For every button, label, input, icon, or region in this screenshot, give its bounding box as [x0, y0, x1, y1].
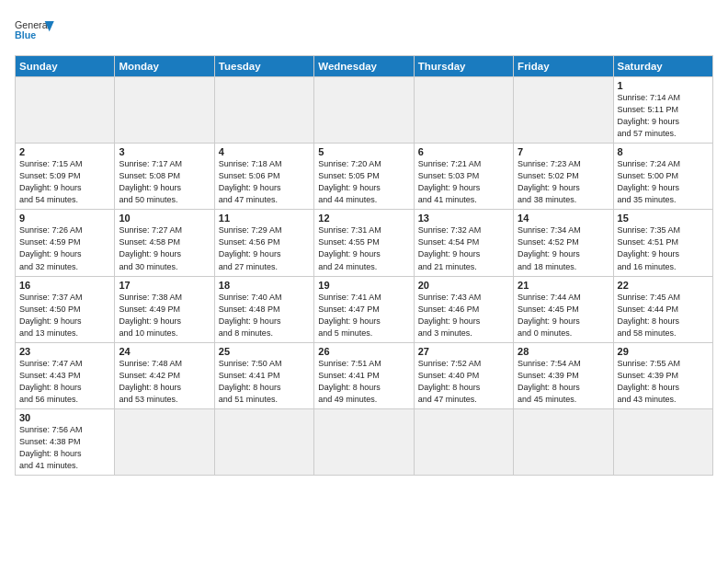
day-number: 26 — [318, 346, 409, 357]
calendar-day-cell — [115, 408, 214, 475]
day-number: 20 — [418, 280, 509, 291]
calendar-day-cell: 20Sunrise: 7:43 AMSunset: 4:46 PMDayligh… — [414, 276, 513, 342]
day-info: Sunrise: 7:32 AMSunset: 4:54 PMDaylight:… — [418, 224, 509, 272]
day-info: Sunrise: 7:56 AMSunset: 4:38 PMDaylight:… — [19, 424, 110, 472]
day-number: 24 — [119, 346, 210, 357]
day-info: Sunrise: 7:47 AMSunset: 4:43 PMDaylight:… — [19, 358, 110, 406]
day-info: Sunrise: 7:15 AMSunset: 5:09 PMDaylight:… — [19, 158, 110, 206]
calendar-week-row: 30Sunrise: 7:56 AMSunset: 4:38 PMDayligh… — [16, 408, 713, 475]
calendar-day-cell — [414, 408, 513, 475]
calendar-day-cell — [514, 408, 613, 475]
day-info: Sunrise: 7:44 AMSunset: 4:45 PMDaylight:… — [518, 292, 609, 339]
day-info: Sunrise: 7:26 AMSunset: 4:59 PMDaylight:… — [19, 224, 110, 272]
day-info: Sunrise: 7:51 AMSunset: 4:41 PMDaylight:… — [318, 358, 409, 406]
day-number: 15 — [618, 213, 709, 224]
page-header: General Blue — [15, 15, 713, 48]
day-info: Sunrise: 7:55 AMSunset: 4:39 PMDaylight:… — [618, 358, 709, 406]
day-number: 22 — [618, 280, 709, 291]
day-number: 1 — [618, 80, 709, 91]
calendar-day-cell — [314, 77, 414, 144]
day-info: Sunrise: 7:20 AMSunset: 5:05 PMDaylight:… — [318, 158, 409, 206]
calendar-day-cell: 12Sunrise: 7:31 AMSunset: 4:55 PMDayligh… — [314, 210, 414, 276]
day-info: Sunrise: 7:23 AMSunset: 5:02 PMDaylight:… — [518, 158, 609, 206]
calendar-day-cell — [214, 77, 313, 144]
day-number: 30 — [19, 412, 110, 423]
calendar-day-cell — [514, 77, 613, 144]
day-info: Sunrise: 7:17 AMSunset: 5:08 PMDaylight:… — [119, 158, 210, 206]
calendar-day-cell: 13Sunrise: 7:32 AMSunset: 4:54 PMDayligh… — [414, 210, 513, 276]
day-info: Sunrise: 7:41 AMSunset: 4:47 PMDaylight:… — [318, 292, 409, 339]
weekday-header-saturday: Saturday — [613, 56, 712, 77]
day-info: Sunrise: 7:54 AMSunset: 4:39 PMDaylight:… — [518, 358, 609, 406]
calendar-day-cell: 30Sunrise: 7:56 AMSunset: 4:38 PMDayligh… — [16, 408, 115, 475]
day-info: Sunrise: 7:24 AMSunset: 5:00 PMDaylight:… — [618, 158, 709, 206]
calendar-day-cell: 7Sunrise: 7:23 AMSunset: 5:02 PMDaylight… — [514, 144, 613, 210]
day-info: Sunrise: 7:45 AMSunset: 4:44 PMDaylight:… — [618, 292, 709, 339]
day-info: Sunrise: 7:50 AMSunset: 4:41 PMDaylight:… — [219, 358, 310, 406]
calendar-day-cell: 3Sunrise: 7:17 AMSunset: 5:08 PMDaylight… — [115, 144, 214, 210]
day-number: 21 — [518, 280, 609, 291]
day-number: 13 — [418, 213, 509, 224]
calendar-day-cell: 29Sunrise: 7:55 AMSunset: 4:39 PMDayligh… — [613, 342, 712, 408]
day-info: Sunrise: 7:29 AMSunset: 4:56 PMDaylight:… — [219, 224, 310, 272]
calendar-day-cell: 4Sunrise: 7:18 AMSunset: 5:06 PMDaylight… — [214, 144, 313, 210]
day-info: Sunrise: 7:21 AMSunset: 5:03 PMDaylight:… — [418, 158, 509, 206]
weekday-header-row: SundayMondayTuesdayWednesdayThursdayFrid… — [16, 56, 713, 77]
day-number: 14 — [518, 213, 609, 224]
day-number: 5 — [318, 146, 409, 157]
calendar-day-cell: 26Sunrise: 7:51 AMSunset: 4:41 PMDayligh… — [314, 342, 414, 408]
day-number: 6 — [418, 146, 509, 157]
calendar-day-cell: 15Sunrise: 7:35 AMSunset: 4:51 PMDayligh… — [613, 210, 712, 276]
calendar-day-cell: 23Sunrise: 7:47 AMSunset: 4:43 PMDayligh… — [16, 342, 115, 408]
svg-text:Blue: Blue — [15, 29, 36, 40]
day-info: Sunrise: 7:43 AMSunset: 4:46 PMDaylight:… — [418, 292, 509, 339]
logo: General Blue — [15, 15, 55, 48]
day-info: Sunrise: 7:18 AMSunset: 5:06 PMDaylight:… — [219, 158, 310, 206]
day-info: Sunrise: 7:52 AMSunset: 4:40 PMDaylight:… — [418, 358, 509, 406]
calendar-day-cell — [214, 408, 313, 475]
calendar-day-cell: 14Sunrise: 7:34 AMSunset: 4:52 PMDayligh… — [514, 210, 613, 276]
calendar-day-cell: 6Sunrise: 7:21 AMSunset: 5:03 PMDaylight… — [414, 144, 513, 210]
day-number: 29 — [618, 346, 709, 357]
calendar-day-cell: 18Sunrise: 7:40 AMSunset: 4:48 PMDayligh… — [214, 276, 313, 342]
day-number: 10 — [119, 213, 210, 224]
day-number: 27 — [418, 346, 509, 357]
calendar-table: SundayMondayTuesdayWednesdayThursdayFrid… — [15, 55, 713, 476]
day-info: Sunrise: 7:14 AMSunset: 5:11 PMDaylight:… — [618, 92, 709, 140]
calendar-week-row: 16Sunrise: 7:37 AMSunset: 4:50 PMDayligh… — [16, 276, 713, 342]
day-number: 9 — [19, 213, 110, 224]
day-number: 11 — [219, 213, 310, 224]
day-number: 25 — [219, 346, 310, 357]
calendar-day-cell: 24Sunrise: 7:48 AMSunset: 4:42 PMDayligh… — [115, 342, 214, 408]
day-number: 23 — [19, 346, 110, 357]
calendar-day-cell: 25Sunrise: 7:50 AMSunset: 4:41 PMDayligh… — [214, 342, 313, 408]
calendar-day-cell — [16, 77, 115, 144]
weekday-header-friday: Friday — [514, 56, 613, 77]
logo-icon: General Blue — [15, 15, 55, 48]
day-info: Sunrise: 7:40 AMSunset: 4:48 PMDaylight:… — [219, 292, 310, 339]
day-number: 2 — [19, 146, 110, 157]
calendar-day-cell — [414, 77, 513, 144]
calendar-day-cell: 8Sunrise: 7:24 AMSunset: 5:00 PMDaylight… — [613, 144, 712, 210]
day-number: 19 — [318, 280, 409, 291]
day-number: 4 — [219, 146, 310, 157]
calendar-day-cell: 9Sunrise: 7:26 AMSunset: 4:59 PMDaylight… — [16, 210, 115, 276]
calendar-day-cell: 1Sunrise: 7:14 AMSunset: 5:11 PMDaylight… — [613, 77, 712, 144]
calendar-day-cell: 2Sunrise: 7:15 AMSunset: 5:09 PMDaylight… — [16, 144, 115, 210]
calendar-week-row: 9Sunrise: 7:26 AMSunset: 4:59 PMDaylight… — [16, 210, 713, 276]
calendar-day-cell: 5Sunrise: 7:20 AMSunset: 5:05 PMDaylight… — [314, 144, 414, 210]
calendar-day-cell: 10Sunrise: 7:27 AMSunset: 4:58 PMDayligh… — [115, 210, 214, 276]
day-info: Sunrise: 7:35 AMSunset: 4:51 PMDaylight:… — [618, 224, 709, 272]
day-number: 8 — [618, 146, 709, 157]
day-number: 18 — [219, 280, 310, 291]
calendar-day-cell: 11Sunrise: 7:29 AMSunset: 4:56 PMDayligh… — [214, 210, 313, 276]
day-number: 7 — [518, 146, 609, 157]
calendar-week-row: 1Sunrise: 7:14 AMSunset: 5:11 PMDaylight… — [16, 77, 713, 144]
calendar-day-cell — [613, 408, 712, 475]
calendar-day-cell — [314, 408, 414, 475]
calendar-week-row: 23Sunrise: 7:47 AMSunset: 4:43 PMDayligh… — [16, 342, 713, 408]
day-number: 3 — [119, 146, 210, 157]
calendar-day-cell: 27Sunrise: 7:52 AMSunset: 4:40 PMDayligh… — [414, 342, 513, 408]
day-info: Sunrise: 7:38 AMSunset: 4:49 PMDaylight:… — [119, 292, 210, 339]
day-info: Sunrise: 7:31 AMSunset: 4:55 PMDaylight:… — [318, 224, 409, 272]
